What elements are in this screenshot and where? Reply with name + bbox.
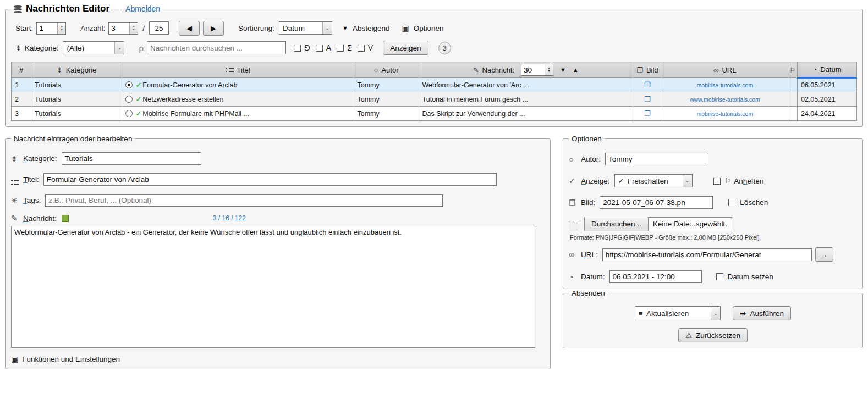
- check-icon: ✓: [618, 176, 624, 185]
- table-row[interactable]: 1 Tutorials ✓Formular-Generator von Arcl…: [12, 78, 857, 92]
- image-icon: ❐: [569, 198, 581, 207]
- sort-select-value: Datum: [283, 24, 305, 32]
- datum-setzen-checkbox[interactable]: [716, 273, 723, 280]
- row-url-link[interactable]: mobirise-tutorials.com: [696, 110, 753, 117]
- anzahl-input[interactable]: [109, 23, 129, 34]
- pencil-icon: ✎: [11, 214, 23, 223]
- sort-direction-label[interactable]: Absteigend: [353, 24, 390, 32]
- nachricht-length-input[interactable]: [521, 64, 545, 75]
- flag-icon: ⚐: [790, 66, 796, 74]
- nachricht-length-stepper[interactable]: ▴▾: [521, 64, 553, 76]
- start-label: Start:: [15, 24, 33, 32]
- row-titel-cell: ✓Formular-Generator von Arclab: [122, 78, 354, 92]
- stepper-down-icon[interactable]: ▾: [130, 28, 138, 31]
- row-autor-cell: Tommy: [354, 78, 419, 92]
- logout-link[interactable]: Abmelden: [125, 4, 160, 13]
- row-url-link[interactable]: mobirise-tutorials.com: [696, 82, 753, 88]
- titel-field[interactable]: [43, 173, 497, 186]
- search-input[interactable]: [147, 41, 286, 54]
- anzahl-label: Anzahl:: [80, 24, 105, 32]
- list-icon: [226, 68, 234, 72]
- row-url-link[interactable]: www.mobirise-tutorials.com: [690, 96, 760, 103]
- row-kategorie-cell: Tutorials: [31, 107, 122, 121]
- kategorie-filter-select[interactable]: (Alle) ⌄: [63, 41, 124, 54]
- table-row[interactable]: 2 Tutorials ✓Netzwerkadresse erstellen T…: [12, 92, 857, 107]
- bild-field[interactable]: [600, 196, 713, 209]
- row-url-cell: www.mobirise-tutorials.com: [662, 92, 788, 107]
- start-stepper[interactable]: ▴▾: [36, 22, 66, 35]
- col-url-header: ∞URL: [662, 62, 788, 78]
- loeschen-label: Löschen: [740, 198, 768, 207]
- col-datum-header: ◔Datum: [797, 62, 856, 78]
- row-nachricht-cell: Webformular-Generator von 'Arc ...: [419, 78, 633, 92]
- sort-direction-icon[interactable]: ▼: [342, 25, 348, 31]
- options-toggle-icon[interactable]: ▣: [402, 24, 409, 32]
- image-icon: ❐: [644, 81, 651, 89]
- autor-field[interactable]: [605, 153, 708, 165]
- search-flag-checkbox[interactable]: [294, 45, 301, 52]
- app-title: Nachrichten Editor: [26, 3, 109, 14]
- tags-field-label: Tags:: [23, 196, 41, 204]
- search-flag-checkbox[interactable]: [316, 45, 323, 52]
- tags-field[interactable]: [45, 194, 443, 207]
- row-select-radio[interactable]: [125, 96, 133, 103]
- check-icon: ✓: [569, 176, 581, 185]
- anzeigen-button[interactable]: Anzeigen: [383, 41, 428, 55]
- clock-icon: ◔: [569, 273, 581, 281]
- sort-select[interactable]: Datum ⌄: [279, 21, 332, 35]
- formats-hint: Formate: PNG|JPG|GIF|WEBP - Größe max.: …: [569, 234, 857, 241]
- url-go-button[interactable]: →: [815, 247, 833, 262]
- search-flag-label: ⅁: [304, 43, 310, 52]
- row-titel-cell: ✓Netzwerkadresse erstellen: [122, 92, 354, 107]
- row-autor-cell: Tommy: [354, 92, 419, 107]
- chevron-down-icon: ⌄: [114, 42, 124, 54]
- anzahl-stepper[interactable]: ▴▾: [108, 22, 138, 35]
- datum-field[interactable]: [609, 270, 702, 283]
- stepper-down-icon[interactable]: ▾: [58, 28, 65, 31]
- aktion-select[interactable]: ≡ Aktualisieren ⌄: [635, 306, 721, 320]
- filter-bar: ⇟ Kategorie: (Alle) ⌄ ρ ⅁ A Σ V Anzeigen…: [11, 38, 857, 57]
- funktionen-toggle-label[interactable]: Funktionen und Einstellungen: [22, 355, 120, 363]
- sort-asc-icon[interactable]: ▲: [573, 66, 579, 73]
- prev-page-button[interactable]: ◀: [179, 21, 200, 36]
- table-header-row: # ⇟Kategorie Titel ○Autor ✎ Nachricht:: [12, 62, 857, 78]
- search-flag-checkbox[interactable]: [358, 45, 365, 52]
- zuruecksetzen-button[interactable]: ⚠ Zurücksetzen: [678, 328, 748, 342]
- ausfuehren-button[interactable]: ➡ Ausführen: [733, 306, 791, 320]
- total-separator: /: [142, 24, 145, 32]
- row-titel-text: Formular-Generator von Arclab: [142, 81, 237, 89]
- anzeige-select-value: Freischalten: [628, 177, 668, 185]
- row-select-radio[interactable]: [125, 81, 133, 88]
- row-number-cell: 3: [12, 107, 31, 121]
- row-select-radio[interactable]: [125, 110, 133, 117]
- funktionen-toggle-icon[interactable]: ▣: [11, 354, 18, 363]
- search-flag-checkbox[interactable]: [337, 45, 344, 52]
- row-nachricht-cell: Das Skript zur Verwendung der ...: [419, 107, 633, 121]
- datum-field-label: Datum:: [581, 273, 605, 281]
- next-page-button[interactable]: ▶: [203, 21, 224, 36]
- optionen-legend: Optionen: [569, 135, 605, 143]
- anzeige-select[interactable]: ✓ Freischalten ⌄: [614, 174, 693, 187]
- start-input[interactable]: [37, 23, 57, 34]
- total-count: 25: [149, 21, 169, 35]
- loeschen-checkbox[interactable]: [728, 199, 735, 206]
- table-row[interactable]: 3 Tutorials ✓Mobirise Formulare mit PHPM…: [12, 107, 857, 121]
- col-nachricht-header: ✎ Nachricht: ▴▾ ▼ ▲: [419, 62, 633, 78]
- row-datum-cell: 02.05.2021: [797, 92, 856, 107]
- published-check-icon: ✓: [136, 96, 141, 103]
- search-icon: ρ: [139, 43, 144, 53]
- editor-panel: Nachrichten Editor — Abmelden Start: ▴▾ …: [5, 3, 863, 127]
- options-toggle-label[interactable]: Optionen: [414, 24, 444, 32]
- durchsuchen-button[interactable]: Durchsuchen...: [584, 217, 649, 231]
- autor-icon: ○: [374, 66, 378, 74]
- url-field[interactable]: [602, 248, 812, 261]
- kategorie-field[interactable]: [62, 152, 201, 165]
- sort-desc-icon[interactable]: ▼: [560, 66, 566, 73]
- kategorie-filter-value: (Alle): [67, 44, 84, 52]
- row-titel-text: Netzwerkadresse erstellen: [142, 96, 223, 103]
- bild-field-label: Bild:: [581, 198, 595, 207]
- nachricht-textarea[interactable]: Webformular-Generator von Arclab - ein G…: [11, 226, 535, 348]
- search-flag-label: Σ: [347, 43, 352, 52]
- stepper-down-icon[interactable]: ▾: [545, 70, 553, 73]
- anheften-checkbox[interactable]: [713, 178, 721, 185]
